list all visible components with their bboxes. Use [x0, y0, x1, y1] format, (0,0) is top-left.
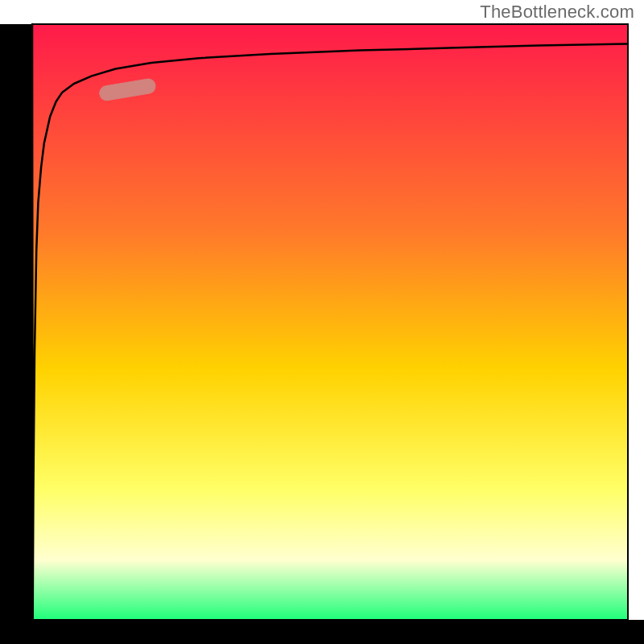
chart-container: TheBottleneck.com	[0, 0, 644, 644]
x-axis-spine	[0, 620, 644, 644]
bottleneck-chart	[0, 0, 644, 644]
watermark-text: TheBottleneck.com	[480, 2, 634, 23]
plot-gradient-background	[32, 24, 628, 620]
y-axis-spine	[0, 24, 32, 624]
